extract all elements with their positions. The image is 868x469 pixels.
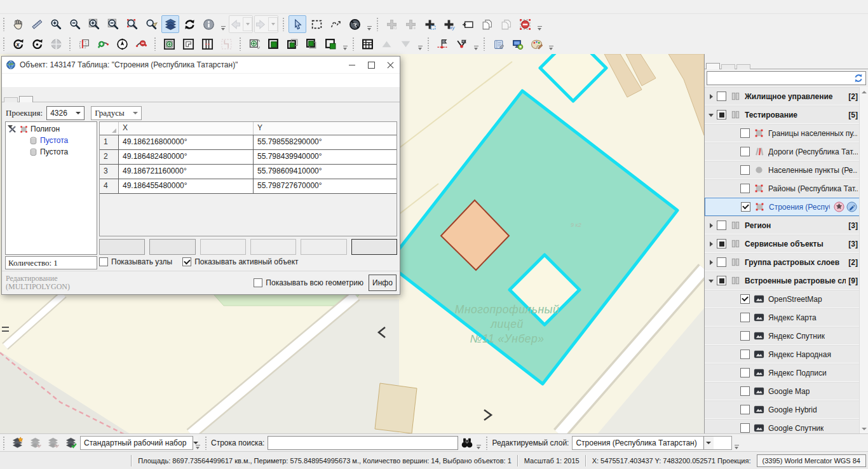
down-button[interactable] bbox=[250, 239, 296, 255]
pan-tool-button[interactable] bbox=[9, 15, 27, 33]
table-row[interactable]: 2 49.186482480000° 55.798439940000° bbox=[100, 150, 397, 165]
change-direction-button[interactable] bbox=[113, 35, 131, 53]
toolbar-grip[interactable] bbox=[352, 37, 355, 51]
layer-checkbox[interactable] bbox=[740, 350, 750, 359]
dialog-menu-item[interactable] bbox=[16, 79, 26, 82]
menu-item[interactable] bbox=[48, 6, 60, 8]
scroll-down-icon[interactable] bbox=[860, 425, 868, 433]
column-header-x[interactable]: X bbox=[119, 122, 254, 135]
deselect-all-button[interactable] bbox=[346, 15, 363, 33]
layers-scrollbar[interactable] bbox=[859, 87, 868, 433]
intersect-geometry-button[interactable] bbox=[264, 35, 282, 53]
toolbar-grip[interactable] bbox=[282, 17, 285, 31]
workset-favorite-button[interactable] bbox=[9, 435, 25, 451]
toolbar-overflow-icon[interactable] bbox=[475, 434, 482, 452]
snap-frames-button[interactable] bbox=[75, 35, 93, 53]
group-service-objects[interactable]: Сервисные объекты [3] bbox=[705, 234, 868, 253]
union-geometry-button[interactable] bbox=[302, 35, 320, 53]
split-object-button[interactable] bbox=[433, 35, 451, 53]
symdiff-geometry-button[interactable] bbox=[322, 35, 339, 53]
combo-caret-icon[interactable] bbox=[703, 437, 714, 449]
create-contour-button[interactable] bbox=[160, 35, 178, 53]
add-point-frame-button[interactable] bbox=[421, 15, 438, 33]
dialog-tab[interactable] bbox=[19, 96, 33, 102]
layer-districts[interactable]: Районы (Республика Тат... bbox=[705, 179, 868, 198]
layers-panel-tab[interactable] bbox=[721, 64, 735, 69]
layer-yandex-map[interactable]: Яндекс Карта bbox=[705, 308, 868, 327]
layer-checkbox[interactable] bbox=[740, 405, 750, 414]
toolbar-grip[interactable] bbox=[3, 17, 6, 31]
dialog-tab[interactable] bbox=[4, 97, 18, 102]
tree-item-hole[interactable]: Пустота bbox=[6, 146, 97, 158]
coordinates-table[interactable]: X Y 1 49.186216800000° 55.798558290000° … bbox=[99, 121, 397, 236]
reverse-button[interactable] bbox=[149, 239, 195, 255]
layer-checkbox[interactable] bbox=[740, 165, 750, 175]
dialog-titlebar[interactable]: Объект: 143147 Таблица: "Строения (Респу… bbox=[2, 57, 400, 74]
invert-xy-button[interactable] bbox=[99, 239, 145, 255]
zoom-in-button[interactable] bbox=[47, 15, 65, 33]
menu-item[interactable] bbox=[60, 6, 71, 8]
expander-icon[interactable] bbox=[707, 276, 717, 285]
group-testing[interactable]: Тестирование [5] bbox=[705, 105, 868, 124]
minimize-button[interactable] bbox=[342, 57, 362, 73]
layer-openstreetmap[interactable]: OpenStreetMap bbox=[705, 290, 868, 308]
menu-item[interactable] bbox=[25, 6, 37, 8]
layer-checkbox[interactable] bbox=[740, 294, 750, 304]
layer-checkbox[interactable] bbox=[740, 331, 750, 341]
zoom-to-selection-button[interactable] bbox=[142, 15, 160, 33]
add-point-grid-button[interactable]: G bbox=[383, 15, 400, 33]
map-search-input[interactable] bbox=[268, 436, 458, 450]
delete-button[interactable] bbox=[301, 239, 346, 255]
rotate-x-button[interactable]: x bbox=[9, 35, 27, 53]
zoom-out-frame-button[interactable] bbox=[104, 15, 122, 33]
layer-edit-icon[interactable] bbox=[846, 201, 857, 212]
nav-forward-button[interactable] bbox=[254, 15, 278, 33]
add-node-button[interactable] bbox=[94, 35, 112, 53]
layer-checkbox[interactable] bbox=[740, 386, 750, 396]
merge-objects-button[interactable] bbox=[452, 35, 470, 53]
binoculars-icon[interactable] bbox=[460, 436, 474, 450]
merge-contours-button[interactable] bbox=[179, 35, 197, 53]
add-button[interactable] bbox=[351, 239, 397, 255]
toolbar-overflow-icon[interactable] bbox=[472, 35, 480, 53]
editable-layer-combo[interactable]: Строения (Республика Татарстан) bbox=[572, 436, 732, 450]
layer-checkbox[interactable] bbox=[740, 147, 750, 156]
refresh-map-button[interactable] bbox=[180, 15, 198, 33]
zoom-to-frame-button[interactable] bbox=[123, 15, 141, 33]
add-object-button[interactable] bbox=[459, 15, 477, 33]
layer-checkbox[interactable] bbox=[717, 239, 726, 248]
toolbar-grip[interactable] bbox=[3, 37, 6, 51]
refresh-layers-icon[interactable] bbox=[853, 73, 864, 83]
menu-item[interactable] bbox=[14, 6, 25, 8]
expander-icon[interactable] bbox=[707, 92, 717, 101]
layer-search-input[interactable] bbox=[707, 71, 866, 85]
layer-checkbox[interactable] bbox=[717, 221, 726, 230]
up-button[interactable] bbox=[200, 239, 246, 255]
group-builtin-raster[interactable]: Встроенные растровые сл... [9] bbox=[705, 271, 868, 290]
close-button[interactable] bbox=[381, 57, 400, 73]
toolbar-grip[interactable] bbox=[239, 37, 242, 51]
tree-item-polygon[interactable]: Полигон bbox=[6, 123, 97, 135]
toolbar-overflow-icon[interactable] bbox=[416, 35, 424, 53]
notes-button[interactable] bbox=[489, 35, 507, 53]
expander-icon[interactable] bbox=[707, 258, 717, 267]
workset-combo[interactable]: Стандартный рабочий набор bbox=[80, 436, 193, 450]
toolbar-overflow-icon[interactable] bbox=[536, 15, 543, 33]
toolbar-grip[interactable] bbox=[69, 37, 72, 51]
layer-checkbox[interactable] bbox=[740, 423, 750, 433]
toolbar-overflow-icon[interactable] bbox=[341, 35, 349, 53]
layer-yandex-labels[interactable]: Яндекс Подписи bbox=[705, 364, 868, 382]
table-row[interactable]: 3 49.186721160000° 55.798609410000° bbox=[100, 165, 397, 179]
select-polygon-button[interactable] bbox=[327, 15, 344, 33]
select-rect-button[interactable] bbox=[308, 15, 325, 33]
show-active-object-checkbox[interactable]: Показывать активный объект bbox=[182, 257, 298, 266]
toolbar-overflow-icon[interactable] bbox=[733, 434, 740, 452]
toolbar-grip[interactable] bbox=[485, 436, 489, 450]
projection-selector[interactable]: (3395) World Mercator WGS 84 bbox=[757, 454, 866, 467]
copy-object-button[interactable] bbox=[478, 15, 496, 33]
object-info-button[interactable] bbox=[200, 15, 217, 33]
move-object-button[interactable] bbox=[47, 35, 65, 53]
show-all-geometry-checkbox[interactable]: Показывать всю геометрию bbox=[254, 278, 363, 287]
group-raster-layers[interactable]: Группа растровых слоев [2] bbox=[705, 253, 868, 271]
maximize-button[interactable] bbox=[362, 57, 381, 73]
